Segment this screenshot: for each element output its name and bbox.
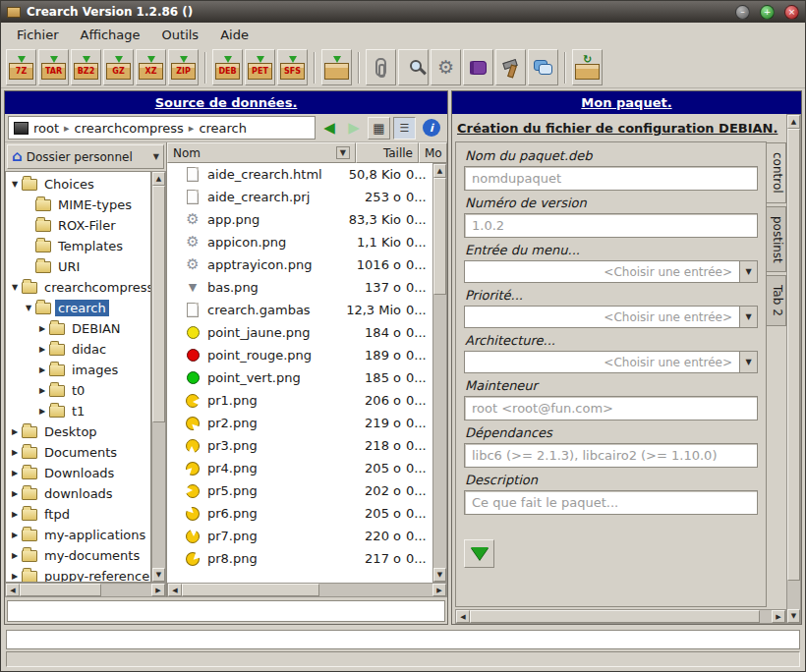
chevron-down-icon[interactable] [739,352,757,372]
file-row-crearch-gambas[interactable]: crearch.gambas12,3 Mio0... [167,299,432,321]
input-mainteneur[interactable]: root <root@fun.com> [464,396,758,420]
toolbar-button-xz[interactable]: XZ [136,49,166,85]
icon-view-button[interactable] [368,117,390,140]
tree-item-crearch[interactable]: ▼crearch [6,298,150,318]
expander-open-icon[interactable]: ▼ [9,180,21,189]
input-description[interactable]: Ce que fait le paquet... [464,490,758,515]
tree-item-images[interactable]: ▶images [6,360,150,380]
toolbar-button-tools[interactable] [495,49,526,85]
package-panel-title[interactable]: Mon paquet. [581,95,671,110]
forward-button[interactable]: ▶ [343,117,365,139]
column-header-name[interactable]: Nom [167,142,356,163]
file-row-point-vert-png[interactable]: point_vert.png185 o0... [167,366,432,389]
tree-item-uri[interactable]: URI [6,256,150,277]
toolbar-button-7z[interactable]: 7Z [6,49,36,85]
expander-closed-icon[interactable]: ▶ [36,345,48,354]
breadcrumb-item-crearchcompress[interactable]: crearchcompress [75,121,184,136]
combo-architecture[interactable]: <Choisir une entrée> [464,351,758,373]
maximize-icon[interactable] [760,5,775,20]
scrollbar-thumb[interactable] [470,610,760,623]
chevron-down-icon[interactable] [739,261,757,282]
menu-fichier[interactable]: Fichier [9,25,67,45]
tree-item-t1[interactable]: ▶t1 [6,401,150,421]
toolbar-button-bz2[interactable]: BZ2 [71,49,101,85]
expander-closed-icon[interactable]: ▶ [9,448,21,457]
scrollbar-track[interactable] [433,178,446,568]
tree-item-choices[interactable]: ▼Choices [6,174,150,195]
input-d-pendances[interactable]: libc6 (>= 2.1.3), libcairo2 (>= 1.10.0) [464,443,758,468]
toolbar-button-pet[interactable]: PET [245,49,275,85]
tree-item-mime-types[interactable]: MIME-types [6,195,150,215]
file-row-pr8-png[interactable]: pr8.png217 o0... [167,547,432,570]
tree-item-downloads[interactable]: ▶Downloads [6,463,150,483]
expander-closed-icon[interactable]: ▶ [9,469,21,477]
file-row-pr7-png[interactable]: pr7.png220 o0... [167,525,432,547]
titlebar[interactable]: Crearch Version 1.2.86 () [1,1,805,23]
path-entry[interactable] [7,600,445,622]
package-horizontal-scrollbar[interactable] [455,609,786,624]
scrollbar-thumb[interactable] [433,178,446,295]
scroll-right-icon[interactable] [772,610,785,623]
file-row-apptrayicon-png[interactable]: apptrayicon.png1016 o0... [167,253,432,276]
expander-closed-icon[interactable]: ▶ [9,489,21,498]
menu-outils[interactable]: Outils [154,25,207,45]
scrollbar-track[interactable] [787,129,800,609]
scroll-down-icon[interactable] [152,568,165,582]
menu-aide[interactable]: Aide [212,25,257,45]
toolbar-button-archive[interactable] [321,49,352,85]
tree-item-documents[interactable]: ▶Documents [6,442,150,463]
scrollbar-track[interactable] [152,186,165,568]
toolbar-button-deb[interactable]: DEB [212,49,243,85]
file-vertical-scrollbar[interactable] [432,163,447,583]
scroll-down-icon[interactable] [433,568,446,582]
toolbar-button-sfs[interactable]: SFS [277,49,308,85]
tree-item-ftpd[interactable]: ▶ftpd [6,504,150,525]
file-horizontal-scrollbar[interactable] [167,583,447,597]
tree-item-debian[interactable]: ▶DEBIAN [6,318,150,339]
scrollbar-thumb[interactable] [182,584,319,596]
scroll-left-icon[interactable] [456,610,470,623]
toolbar-button-gz[interactable]: GZ [103,49,134,85]
expander-closed-icon[interactable]: ▶ [36,386,48,395]
tree-item-templates[interactable]: Templates [6,236,150,256]
tab-control[interactable]: control [767,142,786,203]
file-row-aide-crearch-html[interactable]: aide_crearch.html50,8 Kio0... [167,163,432,186]
expander-closed-icon[interactable]: ▶ [36,407,48,416]
create-package-button[interactable] [464,539,494,568]
file-row-point-jaune-png[interactable]: point_jaune.png184 o0... [167,321,432,344]
expander-closed-icon[interactable]: ▶ [9,510,21,519]
file-row-pr1-png[interactable]: pr1.png206 o0... [167,389,432,412]
scroll-right-icon[interactable] [432,584,446,596]
expander-closed-icon[interactable]: ▶ [36,365,48,374]
scroll-left-icon[interactable] [6,584,20,596]
scroll-up-icon[interactable] [433,164,446,178]
close-icon[interactable] [784,5,799,20]
input-num-ro-de-version[interactable]: 1.0.2 [464,213,758,238]
expander-closed-icon[interactable]: ▶ [9,551,21,560]
tree-item-t0[interactable]: ▶t0 [6,380,150,401]
file-row-pr4-png[interactable]: pr4.png205 o0... [167,457,432,479]
sort-dropdown-icon[interactable] [336,146,350,159]
home-folder-combo[interactable]: Dossier personnel [7,144,164,169]
scroll-up-icon[interactable] [152,172,165,186]
tab-postinst[interactable]: postinst [767,206,786,273]
toolbar-button-crearch[interactable] [572,49,603,85]
list-view-button[interactable] [393,117,416,140]
tree-horizontal-scrollbar[interactable] [5,583,166,597]
toolbar-button-zip[interactable]: ZIP [168,49,199,85]
scrollbar-thumb[interactable] [787,129,800,581]
tree-item-puppy-reference[interactable]: ▶puppy-reference [6,566,150,583]
file-row-point-rouge-png[interactable]: point_rouge.png189 o0... [167,344,432,366]
expander-open-icon[interactable]: ▼ [9,283,21,292]
scroll-right-icon[interactable] [151,584,165,596]
toolbar-button-search[interactable] [398,49,429,85]
toolbar-button-settings[interactable] [431,49,461,85]
expander-closed-icon[interactable]: ▶ [36,324,48,333]
breadcrumb-item-root[interactable]: root [33,121,59,136]
column-header-size[interactable]: Taille [356,142,419,163]
combo-priorit[interactable]: <Choisir une entrée> [464,306,758,328]
tab-tab-2[interactable]: Tab 2 [767,275,786,326]
scrollbar-track[interactable] [182,584,432,596]
breadcrumb-item-crearch[interactable]: crearch [199,121,247,136]
file-row-pr6-png[interactable]: pr6.png205 o0... [167,502,432,525]
